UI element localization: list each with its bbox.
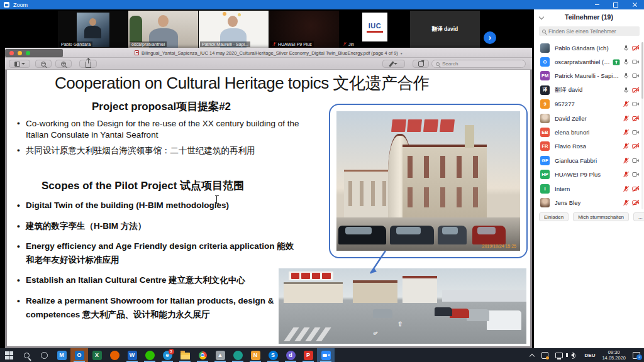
- participant-name: oscarpratvanthiel (Host): [555, 58, 613, 65]
- participant-row[interactable]: EBelena brunori: [534, 125, 644, 139]
- participant-row[interactable]: Pablo Gándara (Ich): [534, 41, 644, 55]
- participant-row[interactable]: IIntern: [534, 182, 644, 195]
- participant-row[interactable]: PMPatrick Maurelli - Sapienza Univ...: [534, 69, 644, 83]
- avatar: PM: [540, 71, 550, 80]
- file-explorer-icon: [180, 353, 190, 359]
- panorama-building: [402, 276, 437, 303]
- video-thumbnail-huawei-p9-plus[interactable]: HUAWEI P9 Plus: [269, 11, 339, 48]
- cortana-taskbar-button[interactable]: [35, 348, 53, 362]
- slide-bullet: Digital Twin of the building (H-BIM meth…: [17, 199, 299, 212]
- participant-row[interactable]: Jens Bley: [534, 195, 644, 209]
- participant-status-icons: [623, 129, 640, 136]
- tray-date: 14.05.2020: [602, 355, 626, 361]
- participant-row[interactable]: GFGianluca Fabbri: [534, 153, 644, 167]
- participant-row[interactable]: Ooscarpratvanthiel (Host): [534, 55, 644, 69]
- store-icon: M: [57, 351, 67, 360]
- collapse-chevron-icon[interactable]: [540, 14, 544, 19]
- video-thumbnail-patrick-maurelli-sapi-[interactable]: Patrick Maurelli - Sapi...: [199, 11, 269, 48]
- search-taskbar-button[interactable]: [18, 348, 35, 362]
- earth-taskbar-button[interactable]: [229, 348, 247, 362]
- search-icon: [436, 62, 440, 66]
- zoom-titlebar: Zoom: [0, 0, 644, 9]
- title-chevron-icon[interactable]: ▾: [401, 51, 402, 55]
- sidebar-toggle-button[interactable]: [9, 60, 30, 68]
- crosswalk: [284, 327, 367, 341]
- slide-bullet: Co-working on the Design for the re-use …: [17, 118, 319, 141]
- participant-status-icons: [623, 143, 640, 150]
- participant-row[interactable]: FRFlavio Rosa: [534, 140, 644, 153]
- next-videos-button[interactable]: ›: [484, 31, 496, 44]
- excel-taskbar-button[interactable]: X: [88, 348, 106, 362]
- participant-status-icons: [623, 157, 640, 164]
- pdf-reader-icon: P: [304, 351, 313, 360]
- mute-me-button[interactable]: Mich stummschalten: [573, 212, 629, 221]
- share-button[interactable]: [79, 60, 97, 68]
- explorer-taskbar-button[interactable]: [176, 348, 194, 362]
- participant-status-icons: [623, 115, 640, 122]
- skype-taskbar-button[interactable]: S: [264, 348, 282, 362]
- notes-icon: N: [251, 351, 260, 360]
- video-thumbnail--david[interactable]: 翻译 david: [410, 11, 480, 48]
- video-thumbnail-jin[interactable]: IUC Jin: [340, 11, 409, 48]
- word-taskbar-button[interactable]: W: [123, 348, 141, 362]
- markup-button[interactable]: [382, 60, 405, 68]
- more-button[interactable]: ...: [633, 212, 644, 221]
- participant-status-icons: [623, 45, 640, 52]
- zoom-in-button[interactable]: [55, 60, 72, 68]
- scopes-heading: Scopes of the Pilot Project 试点项目范围: [42, 178, 244, 193]
- start-taskbar-button[interactable]: [0, 348, 18, 362]
- close-button[interactable]: [625, 0, 644, 9]
- zoom-out-button[interactable]: [35, 60, 52, 68]
- chrome-taskbar-button[interactable]: [194, 348, 211, 362]
- consulate-photo: 2019/10/24 15:25: [336, 111, 520, 251]
- network-tray-button[interactable]: [552, 348, 566, 362]
- pdf-reader-taskbar-button[interactable]: P: [299, 348, 317, 362]
- avatar: [540, 43, 550, 53]
- panorama-sign: [289, 272, 333, 280]
- participant-row[interactable]: 译翻译 david: [534, 83, 644, 97]
- avatar: FR: [540, 141, 550, 151]
- tray-expand-button[interactable]: [526, 348, 538, 362]
- video-off-icon: [632, 143, 640, 150]
- edge-taskbar-button[interactable]: e3: [158, 348, 176, 362]
- mic-muted-icon: [623, 157, 630, 164]
- participant-search-field[interactable]: [539, 26, 640, 36]
- video-icon: [632, 157, 640, 164]
- zoom-taskbar-button[interactable]: [317, 348, 335, 362]
- rooftop-sign: [392, 119, 454, 132]
- maximize-button[interactable]: [606, 0, 625, 9]
- zoom-out-icon: [41, 62, 46, 67]
- rotate-button[interactable]: [413, 60, 429, 68]
- clock[interactable]: 09:30 14.05.2020: [599, 348, 629, 362]
- earth-icon: [233, 351, 243, 360]
- participant-search-input[interactable]: [548, 28, 636, 35]
- outlook-taskbar-button[interactable]: O: [70, 348, 88, 362]
- thumbnail-name-label: HUAWEI P9 Plus: [270, 41, 314, 47]
- photos-taskbar-button[interactable]: ▲: [211, 348, 229, 362]
- pdf-search-field[interactable]: [431, 60, 526, 68]
- video-thumbnail-pablo-g-ndara[interactable]: Pablo Gándara: [58, 11, 128, 48]
- action-center-button[interactable]: [629, 348, 644, 362]
- participant-row[interactable]: 9957277: [534, 97, 644, 111]
- tray-app-icon[interactable]: [538, 348, 552, 362]
- notes-taskbar-button[interactable]: N: [247, 348, 264, 362]
- firefox-taskbar-button[interactable]: [106, 348, 123, 362]
- preview-titlebar[interactable]: Bilingual_Yantai_Sapienza_IUC 14 may 202…: [5, 48, 532, 58]
- language-indicator[interactable]: DEU: [581, 348, 599, 362]
- participant-row[interactable]: David Zeller: [534, 111, 644, 125]
- volume-tray-button[interactable]: [566, 348, 581, 362]
- participant-name: Gianluca Fabbri: [555, 157, 597, 164]
- invite-button[interactable]: Einladen: [539, 212, 569, 221]
- pdf-content-area: Cooperation on Cultural Heritage topics …: [5, 70, 532, 348]
- chevron-down-icon: [394, 63, 397, 65]
- participants-scrollbar[interactable]: [641, 42, 643, 209]
- panorama-building: [284, 282, 343, 304]
- store-taskbar-button[interactable]: M: [53, 348, 70, 362]
- minimize-button[interactable]: [587, 0, 606, 9]
- designer-taskbar-button[interactable]: d: [282, 348, 299, 362]
- wechat-taskbar-button[interactable]: [141, 348, 158, 362]
- thumbnail-name-label: Jin: [341, 41, 356, 47]
- video-thumbnail-oscarpratvanthiel[interactable]: oscarpratvanthiel: [128, 11, 198, 48]
- participant-row[interactable]: HPHUAWEI P9 Plus: [534, 168, 644, 182]
- pdf-search-input[interactable]: [442, 61, 521, 67]
